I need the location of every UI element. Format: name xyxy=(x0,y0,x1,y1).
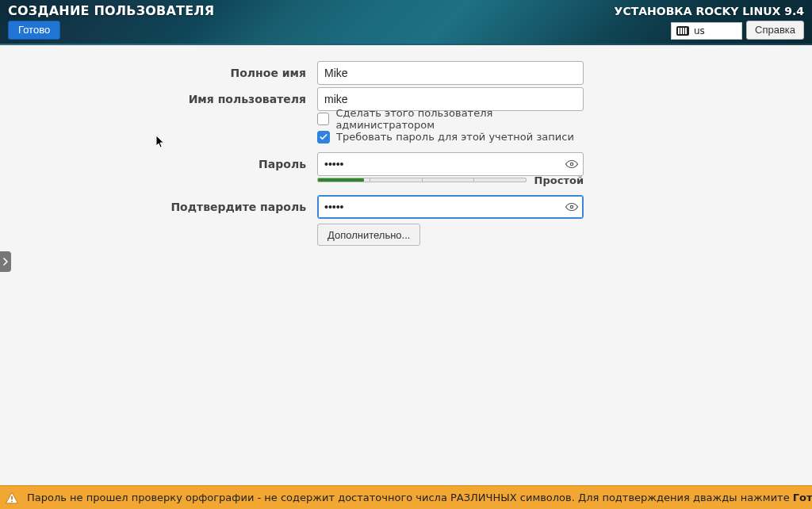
strength-label: Простой xyxy=(534,174,584,186)
advanced-button[interactable]: Дополнительно... xyxy=(317,224,420,246)
full-name-input[interactable] xyxy=(317,61,584,85)
confirm-password-label: Подтвердите пароль xyxy=(0,201,317,213)
content-area: Полное имя Имя пользователя Сделать этог… xyxy=(0,45,812,485)
keyboard-layout-label: us xyxy=(694,25,705,36)
eye-icon[interactable] xyxy=(565,157,579,171)
warning-text: Пароль не прошел проверку орфографии - н… xyxy=(27,492,812,503)
warning-bar: Пароль не прошел проверку орфографии - н… xyxy=(0,485,812,509)
eye-icon[interactable] xyxy=(565,200,579,214)
help-button[interactable]: Справка xyxy=(746,21,804,40)
require-password-checkbox[interactable]: Требовать пароль для этой учетной записи xyxy=(317,131,574,144)
make-admin-label: Сделать этого пользователя администратор… xyxy=(335,107,584,131)
page-title: СОЗДАНИЕ ПОЛЬЗОВАТЕЛЯ xyxy=(8,3,214,18)
row-make-admin: Сделать этого пользователя администратор… xyxy=(0,110,584,128)
svg-rect-3 xyxy=(11,500,13,502)
row-password-strength: Простой xyxy=(0,174,584,186)
done-button[interactable]: Готово xyxy=(8,21,60,40)
password-strength-meter: Простой xyxy=(317,174,584,186)
row-advanced: Дополнительно... xyxy=(0,221,584,248)
password-input[interactable] xyxy=(317,152,584,176)
row-full-name: Полное имя xyxy=(0,59,584,86)
confirm-password-input[interactable] xyxy=(317,195,584,219)
make-admin-checkbox[interactable]: Сделать этого пользователя администратор… xyxy=(317,107,584,131)
installer-title: УСТАНОВКА ROCKY LINUX 9.4 xyxy=(615,5,804,17)
chevron-right-icon xyxy=(2,258,9,266)
side-panel-toggle[interactable] xyxy=(0,251,11,272)
svg-rect-2 xyxy=(11,496,13,499)
row-confirm-password: Подтвердите пароль xyxy=(0,193,584,220)
svg-point-0 xyxy=(570,163,573,165)
password-label: Пароль xyxy=(0,158,317,170)
keyboard-icon xyxy=(676,26,689,36)
require-password-label: Требовать пароль для этой учетной записи xyxy=(336,131,574,143)
warning-icon xyxy=(5,491,19,505)
checkbox-icon xyxy=(317,113,329,125)
svg-point-1 xyxy=(570,205,573,208)
username-label: Имя пользователя xyxy=(0,93,317,105)
header: СОЗДАНИЕ ПОЛЬЗОВАТЕЛЯ Готово УСТАНОВКА R… xyxy=(0,0,812,45)
keyboard-layout-indicator[interactable]: us xyxy=(671,22,742,40)
full-name-label: Полное имя xyxy=(0,67,317,79)
row-require-password: Требовать пароль для этой учетной записи xyxy=(0,128,584,146)
checkbox-checked-icon xyxy=(317,131,330,144)
